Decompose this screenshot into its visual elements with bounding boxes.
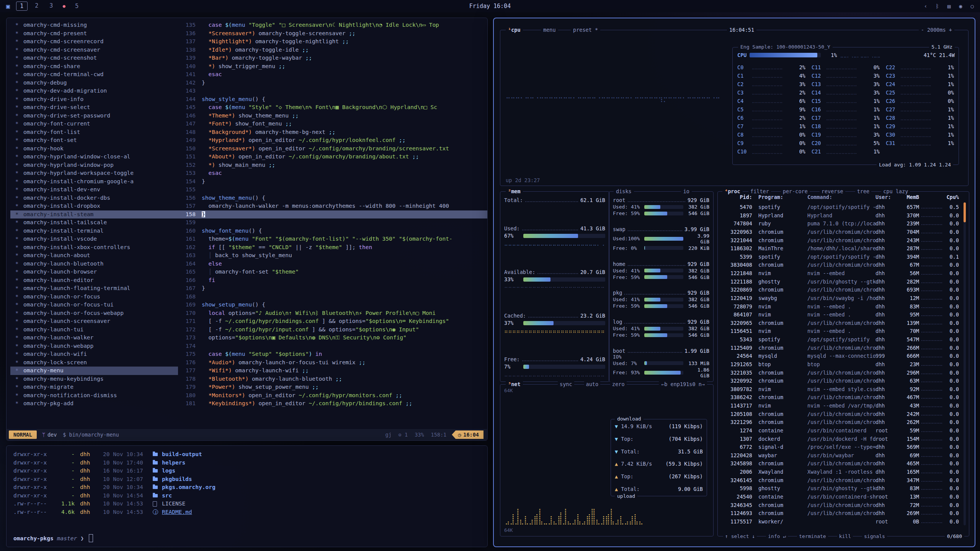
process-row[interactable]: 1175517 kworker/ root 0B 0.0 <box>722 518 959 525</box>
file-item[interactable]: * omarchy-install-chromium-google-a <box>10 178 178 186</box>
file-item[interactable]: * omarchy-hyprland-window-pop <box>10 161 178 170</box>
process-table-header[interactable]: Pid: Program: Command: User: MemB Cpu% <box>722 194 959 200</box>
network-interface[interactable]: ←b enp191s0 n→ <box>659 381 707 388</box>
process-row[interactable]: 5399 spotify /opt/spotify/spotify -- dhh… <box>722 253 959 261</box>
preset-button[interactable]: preset * <box>571 26 600 33</box>
file-item[interactable]: * omarchy-font-list <box>10 128 178 137</box>
file-item[interactable]: * omarchy-launch-editor <box>10 276 178 285</box>
file-item[interactable]: * omarchy-font-current <box>10 120 178 128</box>
process-row[interactable]: 3246345 chromium /usr/lib/chromium/chrom… <box>722 501 959 509</box>
workspace-button-5[interactable]: 5 <box>72 2 82 10</box>
file-item[interactable]: * omarchy-hyprland-window-close-al <box>10 153 178 161</box>
process-row[interactable]: 2006 Xwayland Xwayland :1 -rootless - dh… <box>722 468 959 476</box>
process-row[interactable]: 1186302 MainThre /home/dhh/.local/share/… <box>722 245 959 252</box>
process-row[interactable]: 5343 spotify /opt/spotify/spotify dhh 54… <box>722 336 959 343</box>
process-row[interactable]: 747804 ruby puma 7.1.0 (tcp://local dhh … <box>722 220 959 227</box>
network-mode-button[interactable]: zero <box>610 381 627 388</box>
process-row[interactable]: 3245898 chromium /usr/lib/chromium/chrom… <box>722 460 959 467</box>
terminal-window[interactable]: drwxr-xr-x - dhh 20 Nov 10:34 build-outp… <box>6 445 488 547</box>
editor-window[interactable]: * omarchy-cmd-missing * omarchy-cmd-pres… <box>6 18 488 441</box>
file-item[interactable]: * omarchy-drive-select <box>10 103 178 112</box>
process-row[interactable]: 1156451 nvim nvim --embed . dhh 70M 0.0 <box>722 327 959 335</box>
process-row[interactable]: 1220428 waybar /usr/bin/waybar dhh 69M 0… <box>722 452 959 459</box>
file-item[interactable]: * omarchy-cmd-screenshot <box>10 54 178 62</box>
process-row[interactable]: 5998 ghostty /usr/bin/ghostty --gtk- dhh… <box>722 484 959 492</box>
file-item[interactable]: * omarchy-install-xbox-controllers <box>10 243 178 252</box>
file-item[interactable]: * omarchy-launch-or-focus <box>10 293 178 301</box>
disks-panel-title[interactable]: disks <box>614 188 634 195</box>
process-row[interactable]: 3830408 chromium /usr/lib/chromium/chrom… <box>722 261 959 269</box>
file-item[interactable]: * omarchy-cmd-share <box>10 62 178 71</box>
file-item[interactable]: * omarchy-install-tailscale <box>10 218 178 227</box>
process-row[interactable]: 6772 signal-d /proc/self/exe --type=r dh… <box>722 443 959 451</box>
file-item[interactable]: * omarchy-install-dropbox <box>10 202 178 210</box>
file-item[interactable]: * omarchy-cmd-missing <box>10 21 178 29</box>
process-row[interactable]: 3221044 chromium /usr/lib/chromium/chrom… <box>722 236 959 244</box>
file-item[interactable]: * omarchy-drive-set-password <box>10 112 178 120</box>
process-row[interactable]: 1307 dockerd /usr/bin/dockerd -H fd: roo… <box>722 435 959 443</box>
launcher-icon[interactable]: ▣ <box>6 3 10 10</box>
process-row[interactable]: 1221848 nvim nvim --embed dhh 56M 0.0 <box>722 269 959 277</box>
process-option-button[interactable]: per-core <box>781 188 810 195</box>
update-interval-control[interactable]: - 2000ms + <box>919 26 954 33</box>
file-item[interactable]: * omarchy-install-dev-env <box>10 186 178 194</box>
file-item[interactable]: * omarchy-launch-or-focus-tui <box>10 301 178 309</box>
bluetooth-icon[interactable]: ᛒ <box>936 3 939 9</box>
process-option-button[interactable]: reverse <box>820 188 845 195</box>
file-item[interactable]: * omarchy-launch-wifi <box>10 350 178 359</box>
file-item[interactable]: * omarchy-install-docker-dbs <box>10 194 178 202</box>
file-item[interactable]: * omarchy-menu <box>10 367 178 375</box>
workspace-button[interactable]: 3 <box>46 2 57 11</box>
process-option-button[interactable]: tree <box>855 188 872 195</box>
file-item[interactable]: * omarchy-notification-dismiss <box>10 391 178 400</box>
io-toggle-button[interactable]: io <box>681 188 692 195</box>
process-row[interactable]: 864107 nvim nvim --embed . dhh 95M 0.0 <box>722 311 959 318</box>
system-monitor-window[interactable]: ¹cpu menu preset * 16:04:51 - 2000ms + ⠒… <box>493 18 975 547</box>
memory-panel-title[interactable]: ²mem <box>506 188 523 195</box>
code-pane[interactable]: 135 case $(menu "Toggle" "□ Screensaver\… <box>178 21 487 429</box>
process-row[interactable]: 1124693 chromium /usr/lib/chromium/chrom… <box>722 509 959 517</box>
network-mode-button[interactable]: auto <box>584 381 601 388</box>
file-item[interactable]: * omarchy-launch-about <box>10 251 178 260</box>
process-row[interactable]: 1125409 chromium /usr/lib/chromium/chrom… <box>722 344 959 352</box>
process-row[interactable]: 3221035 chromium /usr/lib/chromium/chrom… <box>722 369 959 377</box>
file-item[interactable]: * omarchy-hyprland-workspace-toggle <box>10 169 178 178</box>
menu-button[interactable]: menu <box>541 26 558 33</box>
process-row[interactable]: 3246145 chromium /usr/lib/chromium/chrom… <box>722 476 959 484</box>
process-option-button[interactable]: cpu lazy <box>881 188 910 195</box>
file-item[interactable]: * omarchy-launch-browser <box>10 268 178 276</box>
process-option-button[interactable]: filter <box>748 188 771 195</box>
display-icon[interactable]: ▤ <box>947 3 951 9</box>
file-item[interactable]: * omarchy-launch-floating-terminal <box>10 284 178 293</box>
file-item[interactable]: * omarchy-dev-add-migration <box>10 87 178 95</box>
workspace-button[interactable]: 2 <box>31 2 42 11</box>
file-item[interactable]: * omarchy-menu-keybindings <box>10 375 178 383</box>
process-row[interactable]: 1291265 btop btop dhh 23M 0.0 <box>722 360 959 368</box>
file-item[interactable]: * omarchy-font-set <box>10 136 178 145</box>
file-item[interactable]: * omarchy-cmd-terminal-cwd <box>10 70 178 79</box>
file-item[interactable]: * omarchy-cmd-present <box>10 29 178 38</box>
process-row[interactable]: 1143717 nvim nvim --embed /var/tmp/p dhh… <box>722 402 959 409</box>
scrollbar-thumb[interactable] <box>964 202 966 222</box>
file-item[interactable]: * omarchy-migrate <box>10 383 178 391</box>
file-item[interactable]: * omarchy-launch-tui <box>10 326 178 334</box>
process-row[interactable]: 1205108 chromium /usr/lib/chromium/chrom… <box>722 410 959 418</box>
process-row[interactable]: 3220963 chromium /usr/lib/chromium/chrom… <box>722 228 959 236</box>
file-item[interactable]: * omarchy-launch-screensaver <box>10 317 178 326</box>
signals-control[interactable]: signals <box>862 533 887 540</box>
file-item[interactable]: * omarchy-hook <box>10 145 178 153</box>
process-row[interactable]: 3386242 chromium /usr/lib/chromium/chrom… <box>722 393 959 401</box>
chevron-left-icon[interactable]: ‹ <box>924 3 927 9</box>
shell-prompt[interactable]: omarchy-pkgs master ❯ <box>13 534 480 542</box>
process-row[interactable]: 24564 mysqld mysqld --max-connection 999… <box>722 352 959 360</box>
process-row[interactable]: 24540 containe /usr/bin/containerd-shi r… <box>722 493 959 500</box>
process-row[interactable]: 3220869 chromium /usr/lib/chromium/chrom… <box>722 286 959 293</box>
volume-icon[interactable]: ◉ <box>959 3 962 9</box>
process-row[interactable]: 728079 nvim nvim --embed . dhh 83M 0.0 <box>722 303 959 310</box>
file-item[interactable]: * omarchy-install-terminal <box>10 227 178 235</box>
file-item[interactable]: * omarchy-launch-bluetooth <box>10 260 178 268</box>
process-row[interactable]: 3220965 chromium /usr/lib/chromium/chrom… <box>722 319 959 327</box>
file-item[interactable]: * omarchy-debug <box>10 79 178 87</box>
process-row[interactable]: 1221188 ghostty /usr/bin/ghostty --gtk- … <box>722 278 959 285</box>
file-item[interactable]: * omarchy-drive-info <box>10 95 178 104</box>
